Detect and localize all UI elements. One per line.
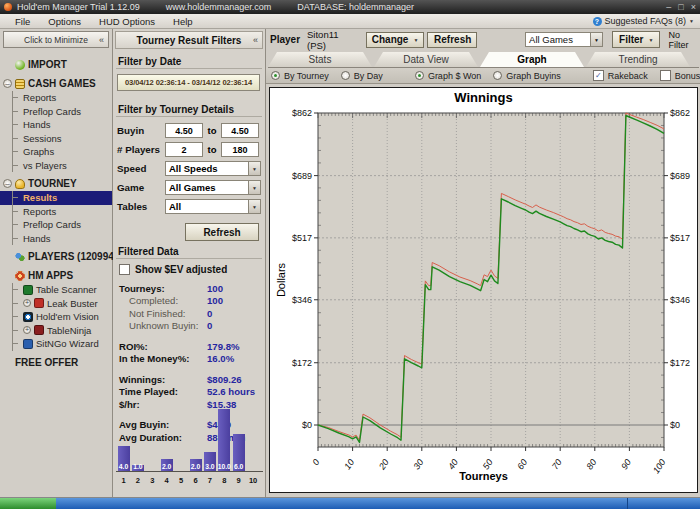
import-icon <box>15 60 25 70</box>
nav-item-tableninja[interactable]: +TableNinja <box>0 324 112 338</box>
no-filter-status: No Filter <box>668 30 696 50</box>
histogram-bar-value: 4.0 <box>117 463 131 471</box>
sidebar-minimize-button[interactable]: Click to Minimize « <box>3 31 109 48</box>
filter-button[interactable]: Filter ▼ <box>612 31 660 48</box>
buyin-to-input[interactable] <box>221 123 259 138</box>
menu-item-hud-options[interactable]: HUD Options <box>90 16 164 27</box>
divider <box>116 68 262 69</box>
refresh-button[interactable]: Refresh <box>185 223 259 241</box>
nav-section-cash-games[interactable]: –CASH GAMES <box>0 76 112 91</box>
nav-item-vs-players[interactable]: vs Players <box>0 159 112 173</box>
svg-text:$689: $689 <box>670 171 690 181</box>
nav-item-sitngo-wizard[interactable]: SitNGo Wizard <box>0 337 112 351</box>
tourney-histogram: 4.011.0232.0452.063.0710.086.0910 <box>116 401 263 489</box>
date-range-button[interactable]: 03/04/12 02:36:14 - 03/14/12 02:36:14 <box>117 74 260 91</box>
nav-section-label: CASH GAMES <box>28 78 96 89</box>
radio-graph-won[interactable] <box>415 71 424 80</box>
radio-by-tourney[interactable] <box>271 71 280 80</box>
games-dropdown[interactable]: All Games ▼ <box>525 32 603 47</box>
nav-section-label: PLAYERS (120994) <box>28 251 117 262</box>
nav-item-hands[interactable]: Hands <box>0 232 112 246</box>
divider <box>116 258 262 259</box>
nav-section-free-offer[interactable]: FREE OFFER <box>0 355 112 370</box>
tab-trending[interactable]: Trending <box>586 52 690 67</box>
stat-row-roi: ROI%:179.8% <box>119 340 259 353</box>
dropdown-arrow-icon[interactable]: ▼ <box>248 162 260 175</box>
nav-section-hm-apps[interactable]: HM APPS <box>0 268 112 283</box>
nav-item-table-scanner[interactable]: Table Scanner <box>0 283 112 297</box>
nav-section-tourney[interactable]: –TOURNEY <box>0 176 112 191</box>
tree-connector <box>12 310 20 324</box>
menu-item-help[interactable]: Help <box>164 16 202 27</box>
suggested-faqs-button[interactable]: ? Suggested FAQs (8) ▼ <box>593 16 695 26</box>
stat-row-time-played: Time Played:52.6 hours <box>119 386 259 399</box>
dropdown-arrow-icon[interactable]: ▼ <box>248 200 260 213</box>
tree-expander-icon[interactable]: + <box>23 299 31 307</box>
tree-connector <box>12 337 20 351</box>
nav-section-import[interactable]: IMPORT <box>0 57 112 72</box>
window-title: Hold'em Manager Trial 1.12.09 <box>17 2 140 12</box>
player-refresh-button[interactable]: Refresh <box>427 32 477 48</box>
players-to-input[interactable] <box>221 142 259 157</box>
checkbox-bonuses[interactable] <box>660 70 671 81</box>
nav-item-hands[interactable]: Hands <box>0 118 112 132</box>
nav-item-label: Leak Buster <box>47 298 98 309</box>
stat-row-in-the-money: In the Money%:16.0% <box>119 353 259 366</box>
speed-dropdown[interactable]: All Speeds▼ <box>165 161 261 176</box>
dropdown-arrow-icon[interactable]: ▼ <box>590 33 602 46</box>
nav-item-hold-em-vision[interactable]: Hold'em Vision <box>0 310 112 324</box>
window-controls: –□× <box>666 0 696 14</box>
tab-graph[interactable]: Graph <box>480 52 584 67</box>
minimize-button[interactable]: – <box>666 0 671 14</box>
tree-expander-icon[interactable]: + <box>23 326 31 334</box>
tableninja-icon <box>34 325 44 335</box>
players-from-input[interactable] <box>165 142 203 157</box>
buyin-from-input[interactable] <box>165 123 203 138</box>
nav-section-label: IMPORT <box>28 59 67 70</box>
tab-data-view[interactable]: Data View <box>374 52 478 67</box>
maximize-button[interactable]: □ <box>678 0 683 14</box>
nav-item-leak-buster[interactable]: +Leak Buster <box>0 297 112 311</box>
histogram-x-label: 5 <box>175 476 187 485</box>
tables-dropdown[interactable]: All▼ <box>165 199 261 214</box>
radio-by-day[interactable] <box>341 71 350 80</box>
nav-item-results[interactable]: Results <box>0 191 112 205</box>
menu-item-file[interactable]: File <box>6 16 39 27</box>
change-player-button[interactable]: Change ▼ <box>366 32 424 48</box>
svg-text:Dollars: Dollars <box>275 262 287 297</box>
main-panel: Player Siton11 (PS) Change ▼ Refresh All… <box>266 29 700 497</box>
tab-stats[interactable]: Stats <box>268 52 372 67</box>
radio-label: Graph Buyins <box>506 71 561 81</box>
svg-text:$346: $346 <box>670 295 690 305</box>
nav-item-reports[interactable]: Reports <box>0 205 112 219</box>
tree-connector <box>12 118 20 132</box>
nav-section-players-120994[interactable]: PLAYERS (120994) <box>0 249 112 264</box>
nav-item-label: Table Scanner <box>36 284 97 295</box>
show-ev-adjusted-checkbox[interactable] <box>119 264 130 275</box>
menu-item-options[interactable]: Options <box>39 16 90 27</box>
player-name: Siton11 (PS) <box>307 29 350 51</box>
spacer <box>113 365 265 373</box>
stat-label: Completed: <box>119 295 178 306</box>
svg-text:$862: $862 <box>291 108 311 118</box>
filter-row-label: Tables <box>117 201 165 212</box>
tree-expander-icon[interactable]: – <box>3 79 12 88</box>
players-icon <box>15 252 25 262</box>
dropdown-arrow-icon[interactable]: ▼ <box>248 181 260 194</box>
application-window: Hold'em Manager Trial 1.12.09 www.holdem… <box>0 0 700 509</box>
nav-item-sessions[interactable]: Sessions <box>0 132 112 146</box>
stat-row-unknown-buyin: Unknown Buyin:0 <box>119 320 259 333</box>
nav-item-preflop-cards[interactable]: Preflop Cards <box>0 218 112 232</box>
game-dropdown[interactable]: All Games▼ <box>165 180 261 195</box>
nav-item-preflop-cards[interactable]: Preflop Cards <box>0 105 112 119</box>
nav-item-graphs[interactable]: Graphs <box>0 145 112 159</box>
tree-connector <box>12 91 20 105</box>
close-button[interactable]: × <box>691 0 696 14</box>
nav-item-reports[interactable]: Reports <box>0 91 112 105</box>
svg-text:$346: $346 <box>291 295 311 305</box>
tree-expander-icon[interactable]: – <box>3 179 12 188</box>
stat-label: Unknown Buyin: <box>119 320 198 331</box>
radio-graph-buyins[interactable] <box>493 71 502 80</box>
stat-label: In the Money%: <box>119 353 189 364</box>
checkbox-rakeback[interactable]: ✓ <box>593 70 604 81</box>
